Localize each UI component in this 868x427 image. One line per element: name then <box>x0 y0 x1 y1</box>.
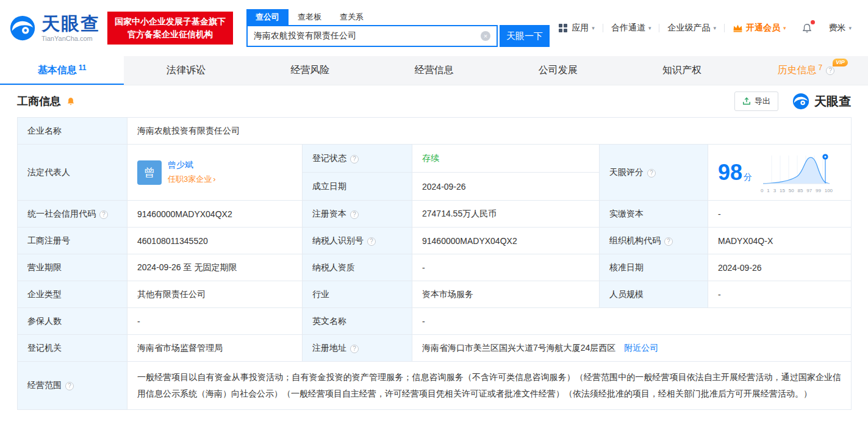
credit-code-value: 91460000MADYX04QX2 <box>127 201 303 228</box>
clear-search-icon[interactable]: × <box>481 31 490 41</box>
legal-rep-label: 法定代表人 <box>18 145 127 201</box>
company-name-value: 海南农航投资有限责任公司 <box>127 118 852 145</box>
row-legal-rep: 法定代表人 曾 曾少斌 任职3家企业› 登记状态? <box>18 145 852 173</box>
business-scope-value: 一般经营项目以自有资金从事投资活动；自有资金投资的资产管理服务；信息咨询服务（不… <box>127 362 852 410</box>
business-term-value: 2024-09-26 至 无固定期限 <box>127 254 303 281</box>
site-header: 天眼查 TianYanCha.com 国家中小企业发展子基金旗下 官方备案企业征… <box>0 0 868 56</box>
reg-number-value: 460108011345520 <box>127 228 303 254</box>
reg-address-value: 海南省海口市美兰区国兴大道7号海航大厦24层西区附近公司 <box>412 335 852 362</box>
row-business-term: 营业期限 2024-09-26 至 无固定期限 纳税人资质 - 核准日期 202… <box>18 254 852 281</box>
help-icon[interactable]: ? <box>367 237 376 246</box>
help-icon[interactable]: ? <box>350 345 359 353</box>
notification-dot <box>811 20 815 24</box>
nav-cooperation-label: 合作通道 <box>611 23 645 34</box>
search-tab-boss[interactable]: 查老板 <box>289 9 331 25</box>
section-title: 工商信息 <box>17 94 61 109</box>
help-icon[interactable]: ? <box>350 155 359 163</box>
vip-badge: VIP <box>833 59 848 66</box>
taxpayer-quality-value: - <box>412 254 600 281</box>
tab-intellectual-property[interactable]: 知识产权 <box>620 56 744 85</box>
tab-label: 知识产权 <box>662 64 701 77</box>
nav-enterprise-label: 企业级产品 <box>667 23 710 34</box>
nearby-companies-link[interactable]: 附近公司 <box>624 343 658 353</box>
nav-vip-label: 开通会员 <box>746 23 780 34</box>
company-name-label: 企业名称 <box>18 118 127 145</box>
tab-count: 11 <box>79 63 87 72</box>
chevron-right-icon: › <box>213 174 215 184</box>
search-tabs: 查公司 查老板 查关系 <box>246 9 550 25</box>
insured-count-value: - <box>127 308 303 335</box>
tab-label: 法律诉讼 <box>167 64 206 77</box>
notifications-bell[interactable] <box>794 23 820 34</box>
nav-open-vip[interactable]: 开通会员 ▾ <box>725 23 794 34</box>
help-icon[interactable]: ? <box>826 66 834 75</box>
row-company-name: 企业名称 海南农航投资有限责任公司 <box>18 118 852 145</box>
approval-date-value: 2024-09-26 <box>708 254 852 281</box>
credit-code-label: 统一社会信用代码? <box>18 201 127 228</box>
chevron-down-icon: ▾ <box>592 25 595 31</box>
watermark-logo-text: 天眼查 <box>814 93 851 110</box>
org-code-value: MADYX04Q-X <box>708 228 852 254</box>
nav-enterprise-products[interactable]: 企业级产品 ▾ <box>659 23 724 34</box>
chevron-down-icon: ▾ <box>648 25 651 31</box>
tianyancha-logo[interactable]: 天眼查 TianYanCha.com <box>9 13 100 42</box>
tianyancha-logo-icon <box>792 92 810 110</box>
username: 费米 <box>828 23 845 34</box>
org-code-label: 组织机构代码? <box>600 228 708 254</box>
company-type-value: 其他有限责任公司 <box>127 281 303 308</box>
tab-company-development[interactable]: 公司发展 <box>496 56 620 85</box>
paid-capital-value: - <box>708 201 852 228</box>
tab-legal-proceedings[interactable]: 法律诉讼 <box>124 56 248 85</box>
rep-companies-link[interactable]: 任职3家企业› <box>168 174 216 185</box>
row-credit-code: 统一社会信用代码? 91460000MADYX04QX2 注册资本? 27471… <box>18 201 852 228</box>
help-icon[interactable]: ? <box>350 210 359 219</box>
search-button[interactable]: 天眼一下 <box>500 25 550 47</box>
status-badge: 存续 <box>422 153 439 163</box>
row-reg-authority: 登记机关 海南省市场监督管理局 注册地址? 海南省海口市美兰区国兴大道7号海航大… <box>18 335 852 362</box>
industry-label: 行业 <box>303 281 412 308</box>
legal-rep-link[interactable]: 曾少斌 <box>168 160 216 171</box>
row-company-type: 企业类型 其他有限责任公司 行业 资本市场服务 人员规模 - <box>18 281 852 308</box>
reg-address-label: 注册地址? <box>303 335 412 362</box>
search-tab-company[interactable]: 查公司 <box>246 9 289 25</box>
company-section-tabs: 基本信息 11 法律诉讼 经营风险 经营信息 公司发展 知识产权 历史信息 7 … <box>0 56 868 85</box>
reg-number-label: 工商注册号 <box>18 228 127 254</box>
tab-label: 基本信息 <box>38 64 77 77</box>
nav-apps[interactable]: 应用 ▾ <box>551 23 603 34</box>
search-input[interactable] <box>248 31 481 41</box>
business-scope-label: 经营范围? <box>18 362 127 410</box>
search-box: × <box>246 25 498 47</box>
logo-title: 天眼查 <box>41 13 100 34</box>
staff-size-label: 人员规模 <box>600 281 708 308</box>
apps-grid-icon <box>559 24 567 32</box>
row-reg-number: 工商注册号 460108011345520 纳税人识别号? 91460000MA… <box>18 228 852 254</box>
help-icon[interactable]: ? <box>664 237 673 246</box>
nav-cooperation[interactable]: 合作通道 ▾ <box>603 23 659 34</box>
tab-label: 公司发展 <box>539 64 578 77</box>
top-navigation: 应用 ▾ 合作通道 ▾ 企业级产品 ▾ 开通会员 ▾ <box>551 23 859 34</box>
tab-basic-info[interactable]: 基本信息 11 <box>0 56 124 85</box>
taxpayer-id-label: 纳税人识别号? <box>303 228 412 254</box>
export-icon <box>742 97 751 106</box>
monitor-bell-icon[interactable] <box>66 96 76 107</box>
tab-history-info[interactable]: 历史信息 7 ? VIP <box>744 56 868 85</box>
staff-size-value: - <box>708 281 852 308</box>
tab-business-risk[interactable]: 经营风险 <box>248 56 372 85</box>
chevron-down-icon: ▾ <box>713 25 716 31</box>
nav-user-account[interactable]: 费米 ▾ <box>820 23 859 34</box>
help-icon[interactable]: ? <box>99 210 108 219</box>
company-type-label: 企业类型 <box>18 281 127 308</box>
avatar[interactable]: 曾 <box>137 160 162 185</box>
score-value: 98分 <box>708 145 852 201</box>
logo-domain: TianYanCha.com <box>41 35 100 42</box>
reg-status-value: 存续 <box>412 145 600 173</box>
help-icon[interactable]: ? <box>647 169 656 178</box>
tab-business-info[interactable]: 经营信息 <box>372 56 496 85</box>
tab-label: 历史信息 <box>777 64 816 77</box>
reg-authority-label: 登记机关 <box>18 335 127 362</box>
help-icon[interactable]: ? <box>65 382 74 390</box>
cert-line2: 官方备案企业征信机构 <box>115 28 226 41</box>
search-tab-relation[interactable]: 查关系 <box>331 9 373 25</box>
paid-capital-label: 实缴资本 <box>600 201 708 228</box>
export-button[interactable]: 导出 <box>734 92 778 111</box>
